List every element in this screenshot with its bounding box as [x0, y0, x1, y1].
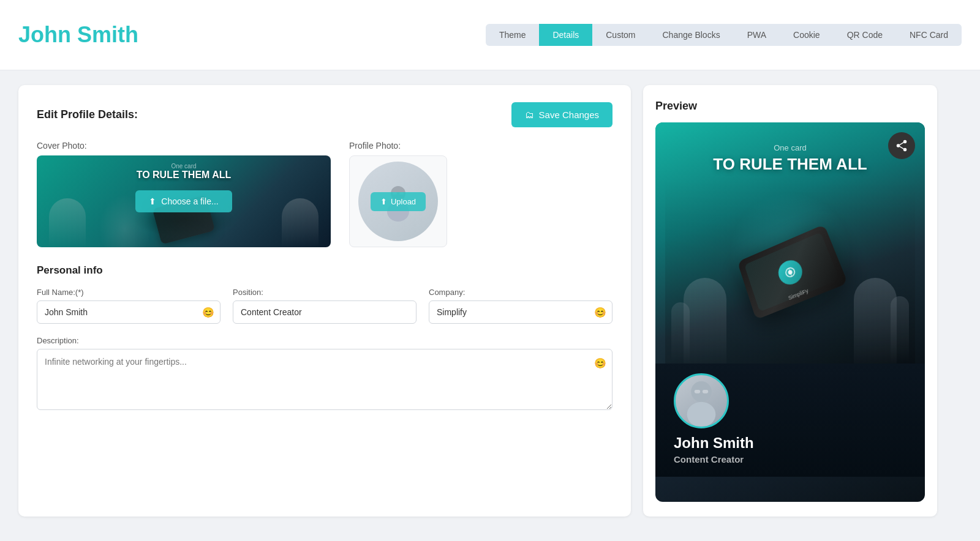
- preview-title: Preview: [655, 100, 925, 113]
- svg-rect-14: [695, 390, 700, 394]
- photos-row: Cover Photo: One card TO RULE THEM ALL ⬆: [37, 141, 612, 247]
- svg-line-7: [900, 146, 903, 149]
- tab-nfc-card[interactable]: NFC Card: [896, 24, 962, 46]
- card-top-area: One card TO RULE THEM ALL: [655, 122, 925, 364]
- nav-tabs: Theme Details Custom Change Blocks PWA C…: [486, 24, 962, 46]
- full-name-input[interactable]: [37, 300, 221, 324]
- svg-point-5: [897, 144, 900, 147]
- card-bottom: John Smith Content Creator: [655, 364, 925, 477]
- description-wrap: 😊: [37, 349, 612, 412]
- page-title: John Smith: [18, 22, 138, 48]
- nfc-logo: [775, 256, 806, 287]
- profile-photo-block: Profile Photo:: [349, 141, 447, 247]
- tab-change-blocks[interactable]: Change Blocks: [649, 24, 733, 46]
- card-graphic: SimpliFy: [665, 180, 915, 364]
- cover-hand-left: [49, 198, 86, 247]
- tab-cookie[interactable]: Cookie: [780, 24, 834, 46]
- share-icon: [895, 139, 908, 152]
- position-wrap: [233, 300, 417, 324]
- profile-photo-label: Profile Photo:: [349, 141, 447, 151]
- card-headline: TO RULE THEM ALL: [665, 155, 915, 180]
- main-content: Edit Profile Details: 🗂 Save Changes Cov…: [0, 70, 956, 531]
- finger-r1: [891, 296, 909, 364]
- card-avatar: [674, 373, 729, 428]
- position-label: Position:: [233, 288, 417, 297]
- description-group: Description: 😊: [37, 336, 612, 412]
- upload-icon: ⬆: [149, 196, 156, 206]
- full-name-wrap: 😊: [37, 300, 221, 324]
- cover-hand-right: [282, 198, 318, 247]
- card-person-name: John Smith: [668, 435, 913, 452]
- card-person-title: Content Creator: [668, 452, 913, 465]
- panel-header: Edit Profile Details: 🗂 Save Changes: [37, 102, 612, 127]
- cover-photo-area[interactable]: One card TO RULE THEM ALL ⬆ Choose a fil…: [37, 155, 331, 247]
- choose-file-button[interactable]: ⬆ Choose a file...: [135, 190, 232, 212]
- tab-qr-code[interactable]: QR Code: [834, 24, 896, 46]
- svg-point-6: [903, 148, 907, 152]
- tab-custom[interactable]: Custom: [592, 24, 649, 46]
- save-icon: 🗂: [525, 110, 534, 120]
- company-wrap: 😊: [429, 300, 612, 324]
- top-bar: John Smith Theme Details Custom Change B…: [0, 0, 980, 70]
- card-top-text: One card: [665, 132, 915, 155]
- nfc-brand-icon: [782, 263, 798, 280]
- save-changes-button[interactable]: 🗂 Save Changes: [511, 102, 612, 127]
- card-graphic-inner: SimpliFy: [665, 180, 915, 364]
- edit-panel-title: Edit Profile Details:: [37, 108, 138, 121]
- preview-panel: Preview One card TO RULE THEM ALL: [643, 85, 937, 517]
- personal-info-title: Personal info: [37, 264, 612, 277]
- upload-button[interactable]: ⬆ Upload: [371, 192, 426, 211]
- emoji-icon-description[interactable]: 😊: [594, 357, 606, 369]
- emoji-icon-company[interactable]: 😊: [594, 307, 606, 318]
- svg-line-8: [900, 143, 903, 145]
- tab-pwa[interactable]: PWA: [734, 24, 780, 46]
- card-preview: One card TO RULE THEM ALL: [655, 122, 925, 502]
- description-label: Description:: [37, 336, 612, 345]
- description-textarea[interactable]: [37, 349, 612, 410]
- cover-photo-label: Cover Photo:: [37, 141, 331, 151]
- profile-circle: ⬆ Upload: [358, 162, 438, 241]
- cover-card-headline: TO RULE THEM ALL: [137, 170, 232, 181]
- position-input[interactable]: [233, 300, 417, 324]
- profile-photo-area: ⬆ Upload: [349, 155, 447, 247]
- svg-point-12: [691, 381, 712, 402]
- emoji-icon-name[interactable]: 😊: [202, 307, 214, 318]
- svg-point-13: [687, 402, 716, 427]
- tab-details[interactable]: Details: [539, 24, 592, 46]
- cover-card-tagline: One card: [137, 163, 232, 170]
- full-name-label: Full Name:(*): [37, 288, 221, 297]
- choose-file-label: Choose a file...: [161, 196, 218, 206]
- position-group: Position:: [233, 288, 417, 324]
- share-button[interactable]: [888, 132, 915, 159]
- cover-photo-block: Cover Photo: One card TO RULE THEM ALL ⬆: [37, 141, 331, 247]
- svg-rect-15: [703, 390, 708, 394]
- upload-label: Upload: [391, 197, 416, 206]
- upload-icon: ⬆: [380, 197, 387, 206]
- personal-info-section: Personal info Full Name:(*) 😊 Position:: [37, 264, 612, 412]
- full-name-group: Full Name:(*) 😊: [37, 288, 221, 324]
- save-label: Save Changes: [539, 110, 599, 120]
- form-row-1: Full Name:(*) 😊 Position: Company:: [37, 288, 612, 324]
- card-avatar-svg: [676, 373, 727, 427]
- company-label: Company:: [429, 288, 612, 297]
- nfc-card-shape: SimpliFy: [737, 224, 848, 319]
- svg-point-4: [903, 140, 907, 144]
- edit-panel: Edit Profile Details: 🗂 Save Changes Cov…: [18, 85, 631, 517]
- nfc-brand-name: SimpliFy: [788, 287, 810, 300]
- tab-theme[interactable]: Theme: [486, 24, 540, 46]
- finger-l1: [671, 302, 690, 364]
- company-input[interactable]: [429, 300, 612, 324]
- company-group: Company: 😊: [429, 288, 612, 324]
- hand-left: [684, 278, 726, 364]
